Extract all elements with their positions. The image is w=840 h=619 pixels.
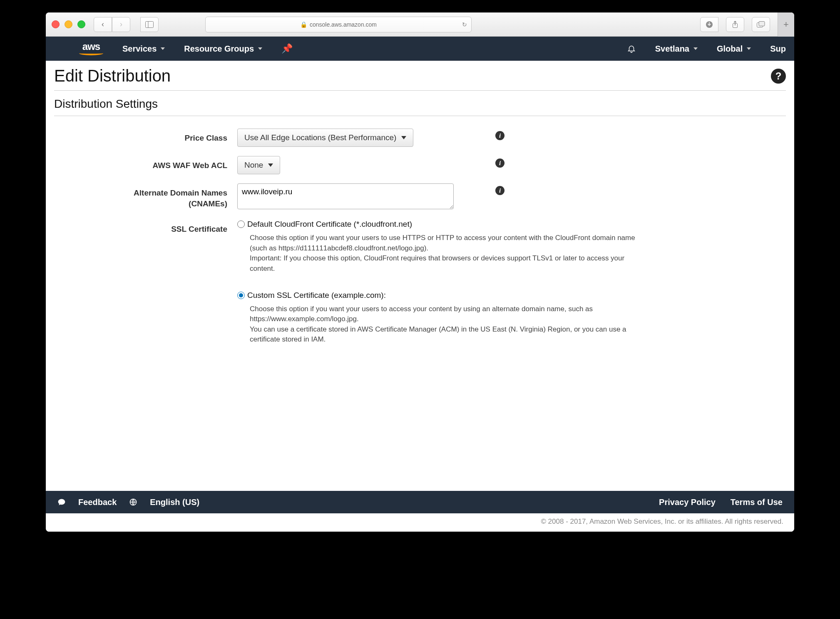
nav-pin-icon[interactable]: 📌 [281, 43, 293, 54]
sidebar-button[interactable] [140, 17, 159, 32]
url-text: console.aws.amazon.com [310, 21, 377, 28]
feedback-icon [57, 498, 66, 506]
price-class-select[interactable]: Use All Edge Locations (Best Performance… [237, 129, 413, 147]
downloads-button[interactable] [700, 17, 718, 32]
aws-logo[interactable]: aws [79, 42, 103, 55]
svg-rect-5 [759, 21, 765, 26]
new-tab-button[interactable]: + [778, 12, 794, 37]
aws-footer: Feedback English (US) Privacy Policy Ter… [46, 491, 794, 513]
window-zoom-button[interactable] [77, 20, 85, 28]
language-link[interactable]: English (US) [150, 498, 199, 507]
window-minimize-button[interactable] [65, 20, 72, 28]
nav-resource-groups-label: Resource Groups [184, 44, 254, 54]
page-title: Edit Distribution [54, 67, 171, 85]
feedback-link[interactable]: Feedback [78, 498, 117, 507]
nav-back-button[interactable]: ‹ [94, 17, 112, 32]
ssl-label: SSL Certificate [54, 220, 237, 235]
nav-support[interactable]: Sup [770, 44, 786, 54]
ssl-default-radio[interactable] [237, 220, 245, 228]
browser-titlebar: ‹ › 🔒 console.aws.amazon.com ↻ + [46, 12, 794, 37]
cnames-input[interactable] [237, 183, 454, 209]
nav-services[interactable]: Services [122, 44, 165, 54]
ssl-custom-option-label: Custom SSL Certificate (example.com): [247, 291, 386, 300]
nav-alerts-icon[interactable] [627, 44, 636, 53]
info-icon[interactable]: i [495, 131, 504, 140]
ssl-custom-description: Choose this option if you want your user… [237, 300, 637, 347]
waf-label: AWS WAF Web ACL [54, 156, 237, 171]
price-class-value: Use All Edge Locations (Best Performance… [244, 133, 396, 142]
reload-icon[interactable]: ↻ [462, 21, 467, 28]
window-close-button[interactable] [52, 20, 60, 28]
share-button[interactable] [726, 17, 744, 32]
help-icon[interactable]: ? [771, 69, 786, 84]
ssl-default-option-label: Default CloudFront Certificate (*.cloudf… [247, 220, 412, 229]
section-title: Distribution Settings [54, 97, 786, 113]
tabs-button[interactable] [752, 17, 770, 32]
nav-forward-button[interactable]: › [112, 17, 130, 32]
nav-region-label: Global [717, 44, 743, 54]
lock-icon: 🔒 [300, 21, 307, 28]
nav-services-label: Services [122, 44, 157, 54]
aws-top-nav: aws Services Resource Groups 📌 Svetlana … [46, 37, 794, 61]
nav-support-label: Sup [770, 44, 786, 54]
copyright-text: © 2008 - 2017, Amazon Web Services, Inc.… [46, 513, 794, 532]
info-icon[interactable]: i [495, 186, 504, 195]
nav-resource-groups[interactable]: Resource Groups [184, 44, 262, 54]
globe-icon [129, 498, 137, 506]
ssl-custom-radio[interactable] [237, 292, 245, 299]
price-class-label: Price Class [54, 129, 237, 144]
nav-user-label: Svetlana [655, 44, 689, 54]
terms-link[interactable]: Terms of Use [731, 498, 783, 507]
nav-region[interactable]: Global [717, 44, 751, 54]
address-bar[interactable]: 🔒 console.aws.amazon.com ↻ [205, 17, 472, 32]
svg-rect-0 [146, 21, 154, 27]
waf-value: None [244, 161, 263, 170]
waf-select[interactable]: None [237, 156, 280, 174]
ssl-default-description: Choose this option if you want your user… [237, 229, 637, 276]
nav-user[interactable]: Svetlana [655, 44, 698, 54]
chevron-down-icon [268, 163, 273, 167]
chevron-down-icon [401, 136, 406, 139]
privacy-link[interactable]: Privacy Policy [659, 498, 716, 507]
cnames-label: Alternate Domain Names (CNAMEs) [54, 183, 237, 209]
info-icon[interactable]: i [495, 158, 504, 168]
